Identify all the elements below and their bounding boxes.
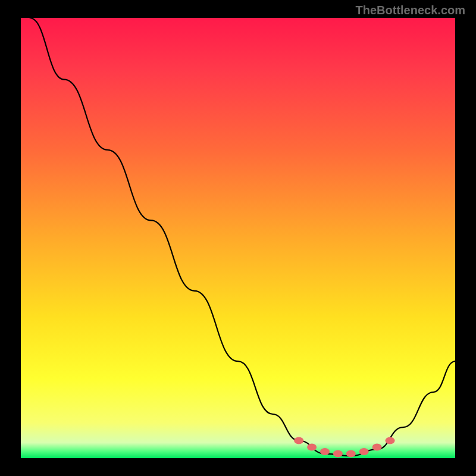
marker-dot <box>320 448 330 455</box>
bottleneck-curve <box>21 18 455 458</box>
marker-dot <box>294 437 303 444</box>
watermark-text: TheBottleneck.com <box>356 4 465 17</box>
marker-dot <box>307 444 317 451</box>
marker-dot <box>333 450 343 458</box>
marker-dot <box>359 448 369 455</box>
marker-dot <box>386 437 395 444</box>
plot-area <box>21 18 455 458</box>
marker-dot <box>346 450 356 458</box>
marker-dot <box>372 444 382 451</box>
